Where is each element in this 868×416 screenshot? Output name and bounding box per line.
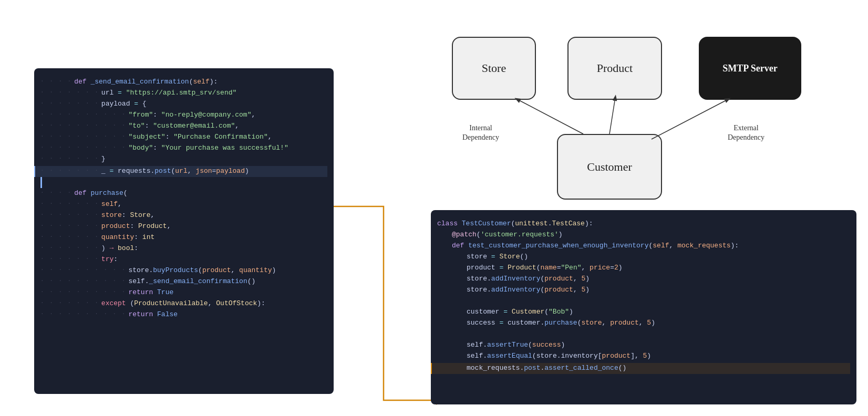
right-code-panel: class TestCustomer(unittest.TestCase): @… [431,210,856,404]
code-line-9-highlighted: · · · · · · · _ = requests.post(url, jso… [34,166,327,177]
right-line-2: @patch('customer.requests') [437,230,850,241]
product-box: Product [567,37,662,100]
right-line-11: self.assertEqual(store.inventory[product… [437,351,850,362]
external-dependency-label: ExternalDependency [728,123,764,142]
code-line-10: · · · · def purchase( [40,188,327,199]
code-line-6: · · · · · · · · · · "subject": "Purchase… [40,132,327,143]
customer-box: Customer [557,134,662,200]
code-line-11: · · · · · · · self, [40,199,327,210]
code-line-18: · · · · · · · · · · self._send_email_con… [40,276,327,287]
code-line-13: · · · · · · · product: Product, [40,221,327,232]
right-line-4: store = Store() [437,252,850,263]
code-line-17: · · · · · · · · · · store.buyProducts(pr… [40,265,327,276]
code-line-8: · · · · · · · } [40,154,327,165]
svg-line-4 [652,101,725,139]
dependency-diagram: Store Product SMTP Server Customer Inter… [431,11,856,210]
right-line-3: def test_customer_purchase_when_enough_i… [437,241,850,252]
code-line-2: · · · · · · · url = "https://api.smtp_sr… [40,88,327,99]
code-line-12: · · · · · · · store: Store, [40,210,327,221]
right-line-7: store.addInventory(product, 5) [437,285,850,296]
right-line-5: product = Product(name="Pen", price=2) [437,263,850,274]
right-line-12-highlighted: mock_requests.post.assert_called_once() [431,363,850,374]
code-line-16: · · · · · · · try: [40,254,327,265]
right-line-8: customer = Customer("Bob") [437,307,850,318]
right-line-1: class TestCustomer(unittest.TestCase): [437,219,850,230]
cursor-bar [40,177,42,188]
code-line-7: · · · · · · · · · · "body": "Your purcha… [40,143,327,154]
right-line-6: store.addInventory(product, 5) [437,274,850,285]
code-line-20: · · · · · · · except (ProductUnavailable… [40,298,327,309]
left-code-panel: · · · · def _send_email_confirmation(sel… [34,68,334,394]
code-line-1: · · · · def _send_email_confirmation(sel… [40,77,327,88]
store-box: Store [452,37,536,100]
right-line-9: success = customer.purchase(store, produ… [437,318,850,329]
svg-line-2 [520,101,583,134]
internal-dependency-label: InternalDependency [462,123,499,142]
right-line-10: self.assertTrue(success) [437,340,850,351]
code-line-15: · · · · · · · ) → bool: [40,243,327,254]
code-line-21: · · · · · · · · · · return False [40,309,327,320]
smtp-box: SMTP Server [699,37,801,100]
code-line-5: · · · · · · · · · · "to": "customer@emai… [40,121,327,132]
code-line-4: · · · · · · · · · · "from": "no-reply@co… [40,110,327,121]
code-line-3: · · · · · · · payload = { [40,99,327,110]
code-line-14: · · · · · · · quantity: int [40,232,327,243]
svg-line-3 [609,101,615,134]
code-line-19: · · · · · · · · · · return True [40,287,327,298]
